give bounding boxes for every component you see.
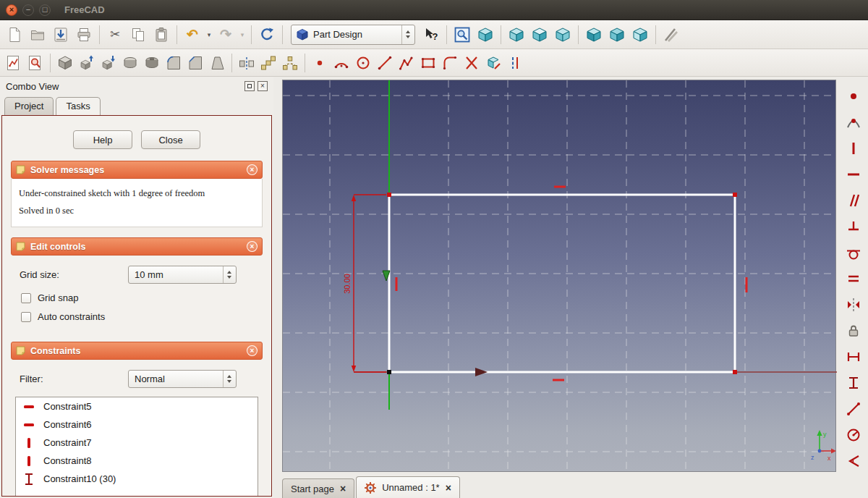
bottom-view-button[interactable] <box>605 23 629 46</box>
constraint-horizontal-button[interactable] <box>844 165 863 184</box>
constraint-lock-icon <box>845 322 862 339</box>
constraints-header[interactable]: Constraints × <box>11 342 263 360</box>
window-minimize-button[interactable]: − <box>22 4 34 16</box>
create-sketch-button[interactable] <box>3 52 25 74</box>
redo-dropdown-button[interactable]: ▾ <box>237 23 247 46</box>
grid-lines <box>283 80 837 473</box>
grid-snap-checkbox[interactable] <box>21 293 31 303</box>
undo-button[interactable]: ↶ <box>181 23 204 46</box>
dimension-constraint[interactable]: 30.00 <box>343 195 386 372</box>
new-file-button[interactable] <box>3 23 26 46</box>
sketch-fillet-button[interactable] <box>439 52 461 74</box>
help-button[interactable]: Help <box>73 130 132 149</box>
list-item[interactable]: Constraint5 <box>16 397 258 415</box>
tab-project[interactable]: Project <box>4 97 54 115</box>
constraint-perpendicular-button[interactable] <box>844 217 863 236</box>
grid-size-select[interactable]: 10 mm <box>128 266 237 284</box>
close-task-button[interactable]: Close <box>141 130 200 149</box>
solver-messages-header[interactable]: Solver messages × <box>11 161 263 179</box>
constraint-symmetric-button[interactable] <box>844 295 863 314</box>
point-tool-button[interactable] <box>309 52 331 74</box>
pocket-button[interactable] <box>98 52 119 74</box>
draft-button[interactable] <box>206 52 228 74</box>
freecad-document-icon <box>365 482 376 494</box>
auto-constraints-checkbox[interactable] <box>21 312 31 322</box>
arc-tool-button[interactable] <box>331 52 352 74</box>
list-item[interactable]: Constraint8 <box>16 452 258 470</box>
toolbar-sketcher-constraints <box>839 81 868 473</box>
float-panel-icon[interactable] <box>244 81 255 91</box>
sketch-vertices[interactable] <box>387 193 737 374</box>
list-item[interactable]: Constraint7 <box>16 434 258 452</box>
viewport-3d[interactable]: 30.00 <box>282 80 836 472</box>
construction-mode-button[interactable] <box>504 52 526 74</box>
polar-pattern-button[interactable] <box>279 52 301 74</box>
undo-dropdown-button[interactable]: ▾ <box>204 23 214 46</box>
groove-button[interactable] <box>141 52 163 74</box>
constraint-internal-angle-button[interactable] <box>844 452 863 470</box>
redo-button[interactable]: ↷ <box>214 23 237 46</box>
constraint-vertical-distance-button[interactable] <box>844 374 863 392</box>
refresh-button[interactable] <box>255 23 278 46</box>
constraint-horizontal-distance-button[interactable] <box>844 347 863 366</box>
whats-this-button[interactable]: ? <box>420 23 443 46</box>
polyline-tool-button[interactable] <box>396 52 417 74</box>
close-panel-icon[interactable]: × <box>258 81 268 91</box>
close-tab-icon[interactable]: × <box>340 484 346 494</box>
constraint-point-on-object-button[interactable] <box>844 113 863 132</box>
constraint-coincident-button[interactable] <box>844 87 863 106</box>
toolbar-part-design-sketcher <box>0 49 868 77</box>
collapse-section-icon[interactable]: × <box>247 345 258 356</box>
line-tool-button[interactable] <box>374 52 396 74</box>
rear-view-button[interactable] <box>582 23 605 46</box>
chamfer-button[interactable] <box>184 52 206 74</box>
edit-controls-header[interactable]: Edit controls × <box>11 237 263 256</box>
mirrored-button[interactable] <box>236 52 258 74</box>
tab-unnamed-document[interactable]: Unnamed : 1* × <box>356 476 460 498</box>
edit-sketch-button[interactable] <box>25 52 46 74</box>
tab-tasks[interactable]: Tasks <box>56 97 100 115</box>
sketch-rectangle[interactable] <box>389 195 735 372</box>
workbench-selector-value: Part Design <box>313 29 362 40</box>
list-item[interactable]: Constraint6 <box>16 415 258 434</box>
external-geometry-button[interactable] <box>482 52 504 74</box>
right-view-button[interactable] <box>551 23 574 46</box>
cut-button[interactable]: ✂ <box>103 23 127 46</box>
constraint-distance-button[interactable] <box>844 400 863 418</box>
constraint-radius-button[interactable] <box>844 426 863 444</box>
collapse-section-icon[interactable]: × <box>247 241 258 252</box>
measure-distance-button[interactable] <box>660 23 683 46</box>
fit-all-button[interactable] <box>451 23 474 46</box>
constraint-filter-select[interactable]: Normal <box>128 370 237 388</box>
trim-edge-button[interactable] <box>461 52 482 74</box>
pad-button[interactable] <box>76 52 98 74</box>
open-file-button[interactable] <box>26 23 49 46</box>
window-close-button[interactable]: × <box>6 4 17 16</box>
constraint-equal-button[interactable] <box>844 269 863 288</box>
constraint-vertical-button[interactable] <box>844 139 863 158</box>
rectangle-tool-button[interactable] <box>417 52 439 74</box>
front-view-button[interactable] <box>505 23 528 46</box>
left-view-button[interactable] <box>629 23 652 46</box>
top-view-button[interactable] <box>528 23 551 46</box>
fillet-button[interactable] <box>163 52 184 74</box>
axonometric-view-button[interactable] <box>474 23 497 46</box>
copy-button[interactable] <box>127 23 150 46</box>
workbench-selector[interactable]: Part Design <box>291 25 415 45</box>
close-tab-icon[interactable]: × <box>446 483 451 493</box>
revolution-button[interactable] <box>119 52 141 74</box>
tab-start-page[interactable]: Start page × <box>282 478 354 498</box>
solver-message: Solved in 0 sec <box>19 206 255 216</box>
constraint-parallel-button[interactable] <box>844 191 863 210</box>
create-body-button[interactable] <box>54 52 76 74</box>
window-maximize-button[interactable]: □ <box>39 4 51 16</box>
circle-tool-button[interactable] <box>352 52 374 74</box>
collapse-section-icon[interactable]: × <box>247 164 258 175</box>
save-file-button[interactable] <box>49 23 72 46</box>
paste-button[interactable] <box>150 23 173 46</box>
list-item[interactable]: Constraint10 (30) <box>16 470 258 488</box>
constraint-tangent-button[interactable] <box>844 243 863 262</box>
constraint-lock-button[interactable] <box>844 321 863 340</box>
linear-pattern-button[interactable] <box>258 52 279 74</box>
print-button[interactable] <box>72 23 95 46</box>
